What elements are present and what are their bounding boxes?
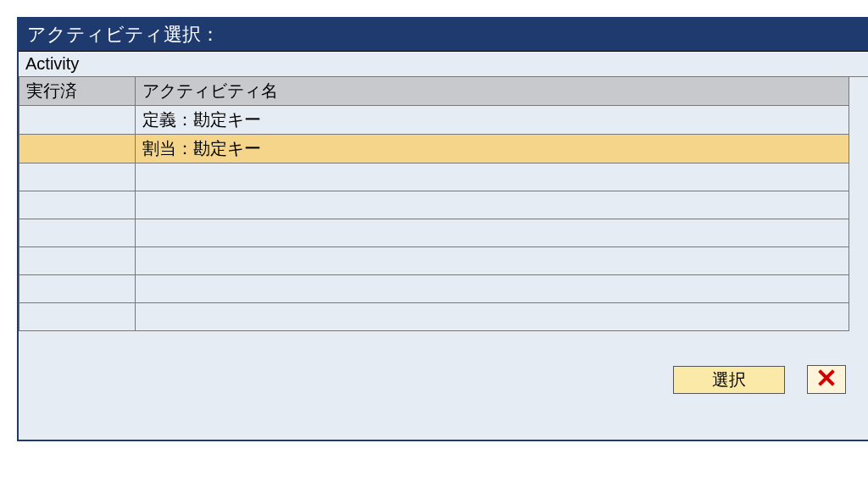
dialog-footer: 選択 [19, 331, 868, 440]
table-row[interactable] [19, 163, 849, 191]
activity-selection-dialog: アクティビティ選択： Activity 実行済 アクティビティ名 定義：勘定キー… [17, 17, 868, 441]
table-row[interactable]: 割当：勘定キー [19, 135, 849, 163]
cell-executed [19, 303, 136, 331]
cell-executed [19, 163, 136, 191]
table-row[interactable]: 定義：勘定キー [19, 106, 849, 135]
cell-activity-name [136, 303, 849, 331]
cell-executed [19, 275, 136, 303]
cell-activity-name [136, 219, 849, 247]
scroll-gutter[interactable] [849, 77, 868, 331]
cell-activity-name [136, 275, 849, 303]
cell-activity-name [136, 247, 849, 275]
close-icon [818, 369, 835, 390]
cell-activity-name: 定義：勘定キー [136, 106, 849, 135]
col-header-executed: 実行済 [19, 77, 136, 106]
cell-executed [19, 106, 136, 135]
activity-group-label: Activity [19, 52, 868, 77]
cell-executed [19, 191, 136, 219]
activity-table-wrap: 実行済 アクティビティ名 定義：勘定キー割当：勘定キー [19, 77, 868, 331]
table-row[interactable] [19, 191, 849, 219]
col-header-activity-name: アクティビティ名 [136, 77, 849, 106]
dialog-content: Activity 実行済 アクティビティ名 定義：勘定キー割当：勘定キー 選択 [19, 52, 868, 440]
cell-activity-name [136, 163, 849, 191]
table-row[interactable] [19, 219, 849, 247]
cell-executed [19, 135, 136, 163]
dialog-title: アクティビティ選択： [19, 19, 868, 52]
activity-table: 実行済 アクティビティ名 定義：勘定キー割当：勘定キー [19, 77, 849, 331]
close-button[interactable] [807, 365, 846, 394]
cell-activity-name [136, 191, 849, 219]
table-row[interactable] [19, 303, 849, 331]
table-row[interactable] [19, 275, 849, 303]
select-button[interactable]: 選択 [673, 366, 785, 394]
cell-executed [19, 219, 136, 247]
table-row[interactable] [19, 247, 849, 275]
cell-executed [19, 247, 136, 275]
cell-activity-name: 割当：勘定キー [136, 135, 849, 163]
